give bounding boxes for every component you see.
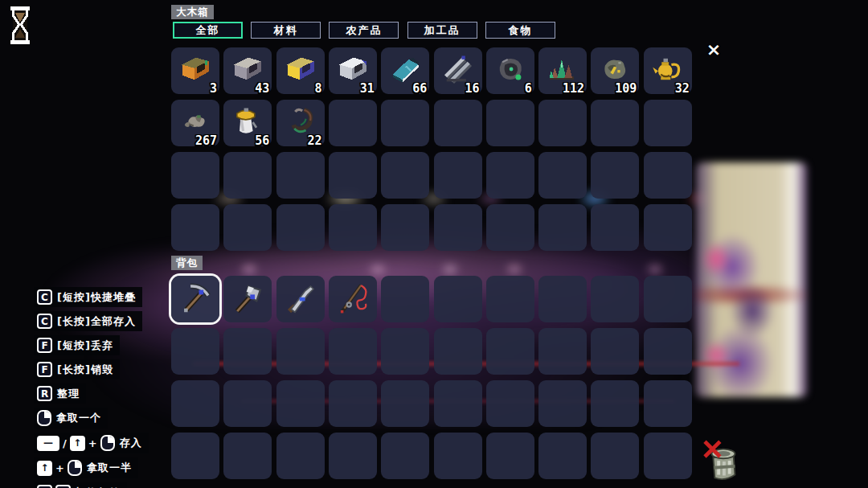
chest-slot-3[interactable]: 31 (329, 47, 377, 94)
chest-slot-7[interactable]: 112 (538, 47, 587, 94)
chest-slot-9[interactable]: 32 (644, 47, 692, 94)
key-Q-icon: Q (37, 485, 52, 488)
chest-slot-24[interactable] (381, 152, 429, 199)
chest-slot-6[interactable]: 6 (486, 47, 534, 94)
backpack-slot-18[interactable] (591, 328, 639, 375)
tab-1[interactable]: 全部 (173, 22, 243, 39)
chest-slot-38[interactable] (591, 204, 639, 251)
backpack-slot-39[interactable] (644, 433, 692, 479)
trash-can-button[interactable] (699, 440, 746, 488)
backpack-slot-11[interactable] (223, 328, 272, 375)
chest-slot-21[interactable] (223, 152, 272, 199)
tab-2[interactable]: 材料 (251, 22, 321, 39)
backpack-slot-3[interactable] (329, 276, 377, 322)
backpack-slot-30[interactable] (171, 433, 219, 479)
legend-row-5: R整理 (34, 383, 86, 404)
legend-label: 拿取一个 (56, 411, 101, 425)
chest-slot-34[interactable] (381, 204, 429, 251)
legend-separator: + (55, 462, 64, 474)
chest-slot-15[interactable] (434, 100, 482, 146)
chest-slot-36[interactable] (486, 204, 534, 251)
backpack-slot-12[interactable] (276, 328, 325, 375)
chest-slot-11[interactable]: 56 (223, 100, 272, 146)
backpack-slot-0[interactable] (171, 276, 219, 322)
chest-slot-1[interactable]: 43 (223, 47, 272, 94)
chest-slot-32[interactable] (276, 204, 325, 251)
tab-5[interactable]: 食物 (485, 22, 555, 39)
chest-slot-35[interactable] (434, 204, 482, 251)
tab-3[interactable]: 农产品 (329, 22, 399, 39)
backpack-slot-19[interactable] (644, 328, 692, 375)
backpack-slot-33[interactable] (329, 433, 377, 479)
backpack-slot-24[interactable] (381, 380, 429, 427)
backpack-slot-27[interactable] (538, 380, 587, 427)
legend-label: 拿取一半 (87, 461, 132, 475)
backpack-slot-26[interactable] (486, 380, 534, 427)
chest-slot-4[interactable]: 66 (381, 47, 429, 94)
chest-slot-8[interactable]: 109 (591, 47, 639, 94)
chest-slot-22[interactable] (276, 152, 325, 199)
mouse-icon (100, 435, 115, 451)
backpack-slot-23[interactable] (329, 380, 377, 427)
backpack-slot-35[interactable] (434, 433, 482, 479)
backpack-slot-1[interactable] (223, 276, 272, 322)
chest-slot-19[interactable] (644, 100, 692, 146)
chest-slot-17[interactable] (538, 100, 587, 146)
backpack-slot-7[interactable] (538, 276, 587, 322)
chest-slot-33[interactable] (329, 204, 377, 251)
backpack-slot-31[interactable] (223, 433, 272, 479)
legend-row-7: —/↑+存入 (34, 433, 149, 453)
tab-4[interactable]: 加工品 (407, 22, 477, 39)
item-count: 31 (360, 81, 375, 96)
backpack-slot-28[interactable] (591, 380, 639, 427)
legend-label: [长按]全部存入 (57, 314, 136, 329)
chest-slot-10[interactable]: 267 (171, 100, 219, 146)
backpack-slot-4[interactable] (381, 276, 429, 322)
chest-slot-20[interactable] (171, 152, 219, 199)
backpack-slot-34[interactable] (381, 433, 429, 479)
backpack-slot-5[interactable] (434, 276, 482, 322)
backpack-slot-9[interactable] (644, 276, 692, 322)
chest-slot-0[interactable]: 3 (171, 47, 219, 94)
backpack-slot-17[interactable] (538, 328, 587, 375)
backpack-slot-2[interactable] (276, 276, 325, 322)
backpack-slot-25[interactable] (434, 380, 482, 427)
chest-slot-26[interactable] (486, 152, 534, 199)
chest-slot-29[interactable] (644, 152, 692, 199)
chest-slot-16[interactable] (486, 100, 534, 146)
backpack-slot-10[interactable] (171, 328, 219, 375)
chest-slot-23[interactable] (329, 152, 377, 199)
chest-slot-28[interactable] (591, 152, 639, 199)
chest-slot-2[interactable]: 8 (276, 47, 325, 94)
backpack-slot-37[interactable] (538, 433, 587, 479)
backpack-slot-21[interactable] (223, 380, 272, 427)
chest-slot-18[interactable] (591, 100, 639, 146)
close-button[interactable]: × (704, 40, 723, 59)
chest-slot-31[interactable] (223, 204, 272, 251)
backpack-slot-8[interactable] (591, 276, 639, 322)
backpack-slot-32[interactable] (276, 433, 325, 479)
legend-label: 整理 (57, 387, 80, 401)
backpack-slot-22[interactable] (276, 380, 325, 427)
backpack-slot-16[interactable] (486, 328, 534, 375)
background-blurred-shelf (696, 162, 807, 397)
backpack-slot-29[interactable] (644, 380, 692, 427)
chest-slot-13[interactable] (329, 100, 377, 146)
chest-slot-12[interactable]: 22 (276, 100, 325, 146)
backpack-slot-15[interactable] (434, 328, 482, 375)
item-count: 6 (525, 81, 532, 96)
legend-label: [短按]快捷堆叠 (57, 290, 136, 305)
backpack-slot-36[interactable] (486, 433, 534, 479)
backpack-slot-14[interactable] (381, 328, 429, 375)
backpack-slot-38[interactable] (591, 433, 639, 479)
chest-slot-14[interactable] (381, 100, 429, 146)
backpack-slot-20[interactable] (171, 380, 219, 427)
chest-slot-25[interactable] (434, 152, 482, 199)
chest-slot-27[interactable] (538, 152, 587, 199)
backpack-slot-13[interactable] (329, 328, 377, 375)
chest-slot-30[interactable] (171, 204, 219, 251)
chest-slot-37[interactable] (538, 204, 587, 251)
chest-slot-5[interactable]: 16 (434, 47, 482, 94)
backpack-slot-6[interactable] (486, 276, 534, 322)
chest-slot-39[interactable] (644, 204, 692, 251)
